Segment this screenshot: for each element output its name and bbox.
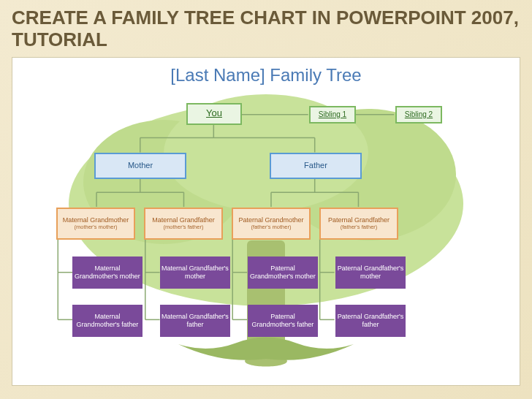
node-label: Paternal Grandfather's mother (337, 265, 404, 280)
node-label: You (206, 108, 222, 119)
node-label: Father (304, 161, 327, 170)
node-sublabel: (father's father) (341, 224, 378, 231)
node-label: Paternal Grandmother's father (249, 313, 316, 328)
slide-title: CREATE A FAMILY TREE CHART IN POWERPOINT… (12, 7, 520, 51)
node-sublabel: (father's mother) (251, 224, 292, 231)
node-label: Maternal Grandfather's mother (162, 265, 229, 280)
node-sibling1: Sibling 1 (309, 106, 356, 123)
node-maternal-grandmother: Maternal Grandmother (mother's mother) (56, 208, 135, 240)
node-mat-gf-father: Maternal Grandfather's father (160, 305, 230, 337)
node-label: Paternal Grandfather's father (337, 313, 404, 328)
node-label: Mother (128, 161, 153, 170)
node-pat-gm-mother: Paternal Grandmother's mother (248, 256, 318, 289)
node-pat-gf-mother: Paternal Grandfather's mother (335, 256, 406, 289)
node-mat-gm-mother: Maternal Grandmother's mother (72, 256, 142, 289)
node-paternal-grandfather: Paternal Grandfather (father's father) (319, 208, 398, 240)
node-pat-gf-father: Paternal Grandfather's father (335, 305, 406, 337)
nodes: You Sibling 1 Sibling 2 Mother Father Ma… (12, 58, 520, 385)
node-sublabel: (mother's father) (164, 224, 204, 231)
node-label: Maternal Grandmother's father (74, 313, 141, 328)
node-label: Sibling 2 (405, 110, 433, 119)
node-label: Maternal Grandmother's mother (74, 265, 141, 280)
node-sibling2: Sibling 2 (395, 106, 442, 123)
node-mat-gm-father: Maternal Grandmother's father (72, 305, 142, 337)
node-label: Paternal Grandmother's mother (249, 265, 316, 280)
node-sublabel: (mother's mother) (75, 224, 118, 231)
node-mother: Mother (94, 153, 186, 179)
node-label: Sibling 1 (319, 110, 346, 119)
node-maternal-grandfather: Maternal Grandfather (mother's father) (144, 208, 223, 240)
node-label: Maternal Grandfather's father (162, 313, 229, 328)
chart-area: [Last Name] Family Tree (12, 57, 520, 386)
node-paternal-grandmother: Paternal Grandmother (father's mother) (232, 208, 311, 240)
slide: CREATE A FAMILY TREE CHART IN POWERPOINT… (0, 0, 532, 399)
node-you: You (186, 103, 242, 125)
node-pat-gm-father: Paternal Grandmother's father (248, 305, 318, 337)
node-father: Father (270, 153, 362, 179)
node-mat-gf-mother: Maternal Grandfather's mother (160, 256, 230, 289)
